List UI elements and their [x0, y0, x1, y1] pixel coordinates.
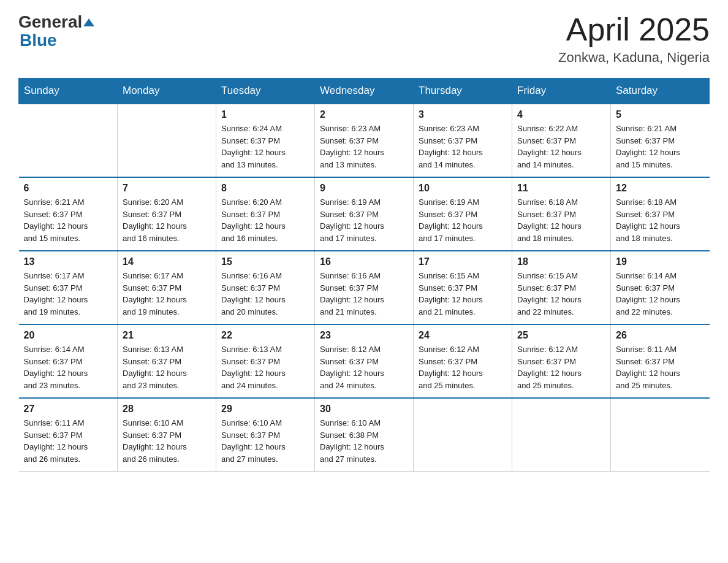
- day-number: 3: [419, 109, 507, 120]
- day-number: 25: [517, 330, 605, 341]
- day-info: Sunrise: 6:12 AM Sunset: 6:37 PM Dayligh…: [320, 343, 408, 391]
- day-info: Sunrise: 6:14 AM Sunset: 6:37 PM Dayligh…: [616, 270, 705, 318]
- day-info: Sunrise: 6:13 AM Sunset: 6:37 PM Dayligh…: [123, 343, 211, 391]
- day-info: Sunrise: 6:15 AM Sunset: 6:37 PM Dayligh…: [419, 270, 507, 318]
- location-subtitle: Zonkwa, Kaduna, Nigeria: [558, 50, 710, 66]
- calendar-cell: 22Sunrise: 6:13 AM Sunset: 6:37 PM Dayli…: [216, 324, 315, 398]
- day-number: 11: [517, 183, 605, 194]
- day-number: 21: [123, 330, 211, 341]
- day-number: 13: [24, 256, 113, 267]
- day-info: Sunrise: 6:11 AM Sunset: 6:37 PM Dayligh…: [24, 417, 113, 465]
- day-info: Sunrise: 6:12 AM Sunset: 6:37 PM Dayligh…: [517, 343, 605, 391]
- day-info: Sunrise: 6:20 AM Sunset: 6:37 PM Dayligh…: [221, 196, 309, 244]
- day-number: 12: [616, 183, 705, 194]
- day-info: Sunrise: 6:14 AM Sunset: 6:37 PM Dayligh…: [24, 343, 113, 391]
- calendar-cell: 19Sunrise: 6:14 AM Sunset: 6:37 PM Dayli…: [611, 251, 710, 324]
- calendar-week-row: 20Sunrise: 6:14 AM Sunset: 6:37 PM Dayli…: [19, 324, 710, 398]
- calendar-cell: 23Sunrise: 6:12 AM Sunset: 6:37 PM Dayli…: [315, 324, 414, 398]
- calendar-cell: 4Sunrise: 6:22 AM Sunset: 6:37 PM Daylig…: [512, 104, 611, 177]
- calendar-cell: 17Sunrise: 6:15 AM Sunset: 6:37 PM Dayli…: [414, 251, 512, 324]
- calendar-cell: 28Sunrise: 6:10 AM Sunset: 6:37 PM Dayli…: [118, 398, 216, 472]
- day-info: Sunrise: 6:18 AM Sunset: 6:37 PM Dayligh…: [517, 196, 605, 244]
- day-number: 29: [221, 404, 309, 415]
- logo-blue-text: Blue: [20, 31, 57, 50]
- calendar-cell: 29Sunrise: 6:10 AM Sunset: 6:37 PM Dayli…: [216, 398, 315, 472]
- day-info: Sunrise: 6:19 AM Sunset: 6:37 PM Dayligh…: [419, 196, 507, 244]
- calendar-cell: 16Sunrise: 6:16 AM Sunset: 6:37 PM Dayli…: [315, 251, 414, 324]
- calendar-cell: [19, 104, 118, 177]
- calendar-week-row: 6Sunrise: 6:21 AM Sunset: 6:37 PM Daylig…: [19, 177, 710, 251]
- day-number: 22: [221, 330, 309, 341]
- day-info: Sunrise: 6:16 AM Sunset: 6:37 PM Dayligh…: [221, 270, 309, 318]
- calendar-cell: 24Sunrise: 6:12 AM Sunset: 6:37 PM Dayli…: [414, 324, 512, 398]
- day-number: 23: [320, 330, 408, 341]
- calendar-week-row: 13Sunrise: 6:17 AM Sunset: 6:37 PM Dayli…: [19, 251, 710, 324]
- column-header-wednesday: Wednesday: [315, 79, 414, 104]
- logo-general-text: General: [18, 12, 82, 32]
- day-info: Sunrise: 6:23 AM Sunset: 6:37 PM Dayligh…: [419, 123, 507, 170]
- calendar-cell: 5Sunrise: 6:21 AM Sunset: 6:37 PM Daylig…: [611, 104, 710, 177]
- day-number: 16: [320, 256, 408, 267]
- calendar-cell: 30Sunrise: 6:10 AM Sunset: 6:38 PM Dayli…: [315, 398, 414, 472]
- day-info: Sunrise: 6:13 AM Sunset: 6:37 PM Dayligh…: [221, 343, 309, 391]
- day-number: 20: [24, 330, 113, 341]
- day-info: Sunrise: 6:11 AM Sunset: 6:37 PM Dayligh…: [616, 343, 705, 391]
- day-info: Sunrise: 6:12 AM Sunset: 6:37 PM Dayligh…: [419, 343, 507, 391]
- calendar-cell: 6Sunrise: 6:21 AM Sunset: 6:37 PM Daylig…: [19, 177, 118, 251]
- calendar-cell: 2Sunrise: 6:23 AM Sunset: 6:37 PM Daylig…: [315, 104, 414, 177]
- calendar-cell: 18Sunrise: 6:15 AM Sunset: 6:37 PM Dayli…: [512, 251, 611, 324]
- day-number: 19: [616, 256, 705, 267]
- logo: General Blue: [18, 12, 94, 50]
- day-info: Sunrise: 6:22 AM Sunset: 6:37 PM Dayligh…: [517, 123, 605, 170]
- calendar-cell: 14Sunrise: 6:17 AM Sunset: 6:37 PM Dayli…: [118, 251, 216, 324]
- calendar-cell: [118, 104, 216, 177]
- month-title: April 2025: [558, 12, 710, 47]
- calendar-cell: 15Sunrise: 6:16 AM Sunset: 6:37 PM Dayli…: [216, 251, 315, 324]
- calendar-cell: 21Sunrise: 6:13 AM Sunset: 6:37 PM Dayli…: [118, 324, 216, 398]
- day-info: Sunrise: 6:10 AM Sunset: 6:38 PM Dayligh…: [320, 417, 408, 465]
- day-number: 2: [320, 109, 408, 120]
- calendar-cell: 27Sunrise: 6:11 AM Sunset: 6:37 PM Dayli…: [19, 398, 118, 472]
- day-info: Sunrise: 6:17 AM Sunset: 6:37 PM Dayligh…: [123, 270, 211, 318]
- calendar-cell: [512, 398, 611, 472]
- title-section: April 2025 Zonkwa, Kaduna, Nigeria: [558, 12, 710, 66]
- calendar-cell: 3Sunrise: 6:23 AM Sunset: 6:37 PM Daylig…: [414, 104, 512, 177]
- day-number: 1: [221, 109, 309, 120]
- column-header-tuesday: Tuesday: [216, 79, 315, 104]
- day-number: 26: [616, 330, 705, 341]
- day-number: 10: [419, 183, 507, 194]
- calendar-cell: 25Sunrise: 6:12 AM Sunset: 6:37 PM Dayli…: [512, 324, 611, 398]
- calendar-cell: 9Sunrise: 6:19 AM Sunset: 6:37 PM Daylig…: [315, 177, 414, 251]
- day-number: 27: [24, 404, 113, 415]
- day-info: Sunrise: 6:23 AM Sunset: 6:37 PM Dayligh…: [320, 123, 408, 170]
- calendar-cell: 11Sunrise: 6:18 AM Sunset: 6:37 PM Dayli…: [512, 177, 611, 251]
- page-header: General Blue April 2025 Zonkwa, Kaduna, …: [18, 12, 710, 66]
- logo-arrows-icon: [83, 18, 94, 26]
- day-info: Sunrise: 6:10 AM Sunset: 6:37 PM Dayligh…: [123, 417, 211, 465]
- day-info: Sunrise: 6:18 AM Sunset: 6:37 PM Dayligh…: [616, 196, 705, 244]
- day-number: 15: [221, 256, 309, 267]
- calendar-cell: 13Sunrise: 6:17 AM Sunset: 6:37 PM Dayli…: [19, 251, 118, 324]
- calendar-header-row: SundayMondayTuesdayWednesdayThursdayFrid…: [19, 79, 710, 104]
- day-info: Sunrise: 6:21 AM Sunset: 6:37 PM Dayligh…: [24, 196, 113, 244]
- day-info: Sunrise: 6:17 AM Sunset: 6:37 PM Dayligh…: [24, 270, 113, 318]
- day-number: 28: [123, 404, 211, 415]
- calendar-cell: 7Sunrise: 6:20 AM Sunset: 6:37 PM Daylig…: [118, 177, 216, 251]
- calendar-cell: 26Sunrise: 6:11 AM Sunset: 6:37 PM Dayli…: [611, 324, 710, 398]
- day-number: 9: [320, 183, 408, 194]
- day-info: Sunrise: 6:10 AM Sunset: 6:37 PM Dayligh…: [221, 417, 309, 465]
- day-info: Sunrise: 6:19 AM Sunset: 6:37 PM Dayligh…: [320, 196, 408, 244]
- day-number: 8: [221, 183, 309, 194]
- day-number: 24: [419, 330, 507, 341]
- column-header-sunday: Sunday: [19, 79, 118, 104]
- day-number: 17: [419, 256, 507, 267]
- calendar-table: SundayMondayTuesdayWednesdayThursdayFrid…: [18, 78, 710, 472]
- calendar-cell: 20Sunrise: 6:14 AM Sunset: 6:37 PM Dayli…: [19, 324, 118, 398]
- calendar-week-row: 1Sunrise: 6:24 AM Sunset: 6:37 PM Daylig…: [19, 104, 710, 177]
- column-header-friday: Friday: [512, 79, 611, 104]
- day-number: 5: [616, 109, 705, 120]
- day-info: Sunrise: 6:24 AM Sunset: 6:37 PM Dayligh…: [221, 123, 309, 170]
- day-number: 14: [123, 256, 211, 267]
- day-info: Sunrise: 6:20 AM Sunset: 6:37 PM Dayligh…: [123, 196, 211, 244]
- day-number: 18: [517, 256, 605, 267]
